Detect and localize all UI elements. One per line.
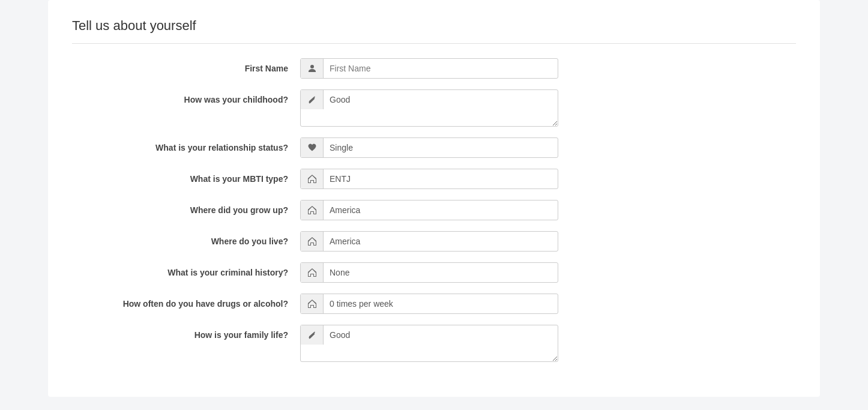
page-container: Tell us about yourself First Name How wa…	[0, 0, 868, 410]
label-live: Where do you live?	[72, 231, 300, 246]
input-wrapper-criminal	[300, 262, 558, 283]
form-row-relationship: What is your relationship status?	[72, 137, 796, 158]
form-row-criminal: What is your criminal history?	[72, 262, 796, 283]
label-childhood: How was your childhood?	[72, 89, 300, 104]
form-row-mbti: What is your MBTI type?	[72, 169, 796, 189]
person-icon	[307, 64, 317, 73]
criminal-input[interactable]	[324, 263, 558, 282]
first-name-input[interactable]	[324, 59, 558, 78]
home-icon-box-criminal	[301, 263, 324, 282]
input-wrapper-first-name	[300, 58, 558, 79]
form-row-grew-up: Where did you grow up?	[72, 200, 796, 220]
pencil-icon-box-childhood	[301, 90, 324, 109]
mbti-input[interactable]	[324, 169, 558, 188]
form-row-drugs: How often do you have drugs or alcohol?	[72, 294, 796, 314]
childhood-textarea[interactable]: Good	[324, 90, 558, 126]
pencil-icon	[308, 331, 316, 340]
home-icon	[307, 299, 317, 309]
label-drugs: How often do you have drugs or alcohol?	[72, 294, 300, 309]
input-wrapper-live	[300, 231, 558, 252]
form-row-first-name: First Name	[72, 58, 796, 79]
page-title: Tell us about yourself	[72, 18, 796, 44]
home-icon-box-drugs	[301, 294, 324, 313]
home-icon	[307, 268, 317, 277]
form-row-live: Where do you live?	[72, 231, 796, 252]
form-card: Tell us about yourself First Name How wa…	[48, 0, 820, 397]
input-wrapper-childhood: Good	[300, 89, 558, 127]
input-wrapper-mbti	[300, 169, 558, 189]
input-wrapper-grew-up	[300, 200, 558, 220]
family-textarea[interactable]: Good	[324, 325, 558, 361]
form-row-family: How is your family life? Good	[72, 325, 796, 362]
home-icon	[307, 237, 317, 246]
home-icon-box-mbti	[301, 169, 324, 188]
label-relationship: What is your relationship status?	[72, 137, 300, 152]
input-wrapper-relationship	[300, 137, 558, 158]
label-grew-up: Where did you grow up?	[72, 200, 300, 215]
home-icon-box-live	[301, 232, 324, 251]
heart-icon-box	[301, 138, 324, 157]
live-input[interactable]	[324, 232, 558, 251]
label-criminal: What is your criminal history?	[72, 262, 300, 277]
heart-icon	[307, 143, 317, 152]
grew-up-input[interactable]	[324, 200, 558, 220]
relationship-input[interactable]	[324, 138, 558, 157]
drugs-input[interactable]	[324, 294, 558, 313]
label-first-name: First Name	[72, 58, 300, 73]
pencil-icon	[308, 96, 316, 104]
input-wrapper-family: Good	[300, 325, 558, 362]
home-icon	[307, 174, 317, 184]
label-family: How is your family life?	[72, 325, 300, 340]
form-row-childhood: How was your childhood? Good	[72, 89, 796, 127]
input-wrapper-drugs	[300, 294, 558, 314]
pencil-icon-box-family	[301, 325, 324, 345]
home-icon-box-grew-up	[301, 200, 324, 220]
person-icon-box	[301, 59, 324, 78]
home-icon	[307, 205, 317, 215]
label-mbti: What is your MBTI type?	[72, 169, 300, 184]
